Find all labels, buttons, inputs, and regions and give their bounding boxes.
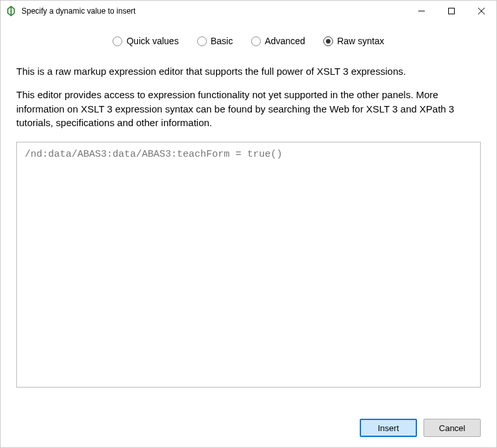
radio-quick-values[interactable]: Quick values [113,36,178,46]
maximize-icon [448,8,455,14]
button-row: Insert Cancel [16,419,481,437]
cancel-button[interactable]: Cancel [423,419,481,437]
close-button[interactable] [466,1,496,21]
radio-label: Advanced [265,36,305,46]
radio-raw-syntax[interactable]: Raw syntax [323,36,384,46]
radio-label: Raw syntax [337,36,384,46]
mode-radio-group: Quick values Basic Advanced Raw syntax [16,36,481,46]
radio-icon [113,36,122,46]
titlebar: Specify a dynamic value to insert [1,1,496,21]
minimize-button[interactable] [407,1,437,21]
radio-label: Quick values [126,36,178,46]
expression-editor[interactable] [16,142,481,388]
radio-advanced[interactable]: Advanced [251,36,305,46]
app-icon [6,6,16,16]
content-area: Quick values Basic Advanced Raw syntax T… [1,21,496,447]
description-line2: This editor provides access to expressio… [16,88,481,130]
description-line1: This is a raw markup expression editor t… [16,64,481,79]
window-controls [407,1,496,21]
insert-button[interactable]: Insert [360,419,417,437]
radio-icon [197,36,207,46]
radio-icon [251,36,261,46]
svg-point-0 [10,10,12,12]
close-icon [478,8,485,14]
radio-label: Basic [211,36,233,46]
window-title: Specify a dynamic value to insert [21,7,407,16]
svg-rect-2 [449,8,455,14]
maximize-button[interactable] [437,1,466,21]
minimize-icon [418,8,425,14]
radio-basic[interactable]: Basic [197,36,233,46]
radio-icon-selected [323,36,333,46]
